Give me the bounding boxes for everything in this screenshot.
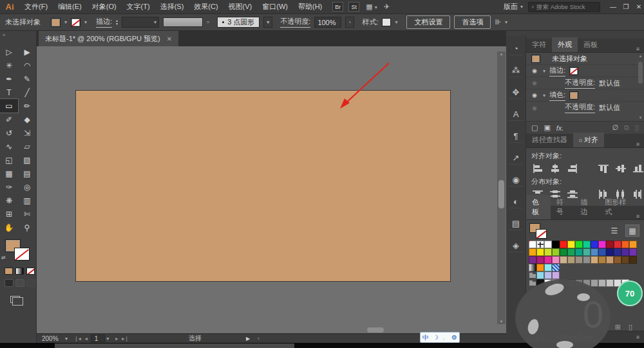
swatch-cell[interactable] (552, 264, 560, 271)
swatch-cell[interactable] (529, 256, 536, 264)
artboard[interactable] (75, 90, 451, 282)
swatch-cell[interactable] (606, 279, 614, 287)
visibility-eye-icon-dim[interactable]: ◉ (530, 105, 539, 111)
panel-menu-icon[interactable]: ≡ (636, 141, 640, 147)
swatch-cell[interactable] (544, 271, 552, 279)
export-panel-icon[interactable]: ↗ (509, 152, 523, 165)
align-bottom-button[interactable] (633, 163, 644, 174)
line-segment-tool[interactable]: ╱ (18, 86, 36, 99)
menu-item-type[interactable]: 文字(T) (122, 0, 155, 14)
artboard-number-field[interactable]: 1 (91, 334, 106, 342)
swatch-cell[interactable] (552, 256, 560, 264)
appearance-row-stroke-opacity[interactable]: ◉ 不透明度: 默认值 (526, 77, 644, 89)
menu-item-file[interactable]: 文件(F) (19, 0, 53, 14)
tools-collapse-toggle[interactable]: ‹‹ (3, 32, 5, 38)
paragraph-styles-panel-icon[interactable]: ¶ (509, 130, 523, 143)
artboard-chevron-icon[interactable]: ▾ (106, 336, 109, 342)
swatch-cell[interactable] (614, 241, 621, 248)
zoom-tool[interactable]: ⚲ (18, 221, 36, 234)
slice-tool[interactable]: ✄ (18, 207, 36, 221)
stroke-color-chip[interactable] (71, 18, 80, 27)
swatch-cell[interactable] (536, 271, 544, 279)
color-guide-panel-icon[interactable]: ◐ (509, 196, 523, 208)
last-artboard-icon[interactable]: ▸❘ (122, 336, 129, 342)
swap-fill-stroke-icon[interactable]: ⇄ (1, 255, 6, 261)
paintbrush-tool[interactable]: ✏ (18, 99, 36, 113)
draw-inside-button[interactable] (26, 279, 35, 287)
scroll-down-icon[interactable]: ▼ (638, 116, 643, 120)
swatch-cell[interactable] (598, 241, 606, 248)
stroke-swatch[interactable] (14, 248, 30, 261)
align-glyph-icon[interactable]: ⊪ (495, 18, 501, 26)
tab-artboards[interactable]: 画板 (578, 37, 603, 52)
swatch-cell[interactable] (529, 264, 536, 271)
swatch-cell[interactable] (583, 256, 591, 264)
stock-search-box[interactable]: ⌕ (528, 2, 600, 12)
grid-view-icon[interactable]: ▦ (626, 225, 639, 236)
appearance-row-fill-opacity[interactable]: ◉ 不透明度: 默认值 (526, 102, 644, 114)
swatch-cell[interactable] (598, 248, 606, 256)
bridge-button[interactable]: Br (332, 2, 343, 12)
swatch-cell[interactable] (536, 256, 544, 264)
swatch-cell[interactable] (606, 256, 614, 264)
type-tool[interactable]: T (0, 86, 18, 99)
hand-panel-icon[interactable]: ✥ (509, 86, 523, 99)
status-mode-label[interactable]: 选择 (189, 334, 202, 343)
ime-punctuation-icon[interactable]: 、 (442, 334, 448, 341)
appearance-scrollbar[interactable]: ▲ ▼ (638, 54, 643, 120)
swatch-cell[interactable] (591, 279, 598, 287)
expand-chevron-icon[interactable]: ▾ (543, 93, 545, 98)
appearance-row-fill[interactable]: ◉ ▾ 填色: (526, 89, 644, 102)
draw-behind-button[interactable] (15, 279, 24, 287)
swatch-cell[interactable] (544, 264, 552, 271)
layers-panel-icon[interactable]: ◈ (509, 239, 523, 252)
swatch-cell[interactable] (606, 241, 614, 248)
scale-tool[interactable]: ⇲ (18, 126, 36, 140)
swatch-cell[interactable] (591, 241, 598, 248)
curvature-tool[interactable]: ✎ (18, 72, 36, 86)
preferences-button[interactable]: 首选项 (454, 15, 491, 29)
fill-opacity-label[interactable]: 不透明度: (565, 102, 595, 113)
swatch-cell[interactable] (560, 248, 567, 256)
gradient-button[interactable] (15, 268, 24, 275)
hand-tool[interactable]: ✋ (0, 221, 18, 234)
symbol-sprayer-tool[interactable]: ❋ (0, 194, 18, 207)
delete-item-icon[interactable]: ▯ (635, 124, 639, 132)
swatch-cell[interactable] (614, 256, 621, 264)
nodes-panel-icon[interactable]: ⁂ (509, 64, 523, 77)
swatch-cell[interactable] (544, 256, 552, 264)
swatch-cell[interactable] (529, 241, 536, 248)
status-expand-icon[interactable]: ‹ (258, 335, 260, 342)
draw-normal-button[interactable] (5, 279, 14, 287)
magic-wand-tool[interactable]: ✳ (0, 59, 18, 72)
ime-mode-button[interactable]: 中 (422, 333, 429, 342)
swatch-cell[interactable] (614, 248, 621, 256)
status-play-icon[interactable]: ▶ (246, 336, 250, 342)
swatch-cell[interactable] (536, 248, 544, 256)
arrange-documents-icon[interactable]: ▦ ▾ (366, 3, 377, 11)
gradient-panel-icon[interactable]: ▤ (509, 217, 523, 230)
menu-item-window[interactable]: 窗口(W) (257, 0, 293, 14)
stroke-weight-dropdown[interactable]: ▾ (122, 17, 159, 28)
scroll-thumb[interactable] (638, 62, 643, 84)
align-left-button[interactable] (532, 163, 543, 174)
zoom-chevron-icon[interactable]: ▾ (65, 336, 68, 342)
swatch-cell[interactable] (575, 241, 583, 248)
list-view-icon[interactable]: ☰ (608, 225, 621, 236)
eyedropper-tool[interactable]: ✑ (0, 180, 18, 194)
swatch-cell[interactable] (536, 241, 544, 248)
swatch-cell[interactable] (575, 256, 583, 264)
free-transform-tool[interactable]: ▱ (18, 140, 36, 153)
ime-fullhalf-icon[interactable]: ☽ (433, 334, 439, 341)
tab-brushes[interactable]: 描边 (575, 195, 600, 219)
menu-item-edit[interactable]: 编辑(E) (53, 0, 87, 14)
scroll-down-icon[interactable]: ▼ (497, 320, 506, 324)
scroll-up-icon[interactable]: ▲ (497, 52, 506, 56)
brush-chevron-button[interactable]: ▾ (263, 17, 272, 28)
swatch-cell[interactable] (629, 248, 637, 256)
mesh-tool[interactable]: ▦ (0, 167, 18, 180)
shape-builder-tool[interactable]: ◱ (0, 153, 18, 167)
swatch-cell[interactable] (529, 248, 536, 256)
swatch-cell[interactable] (544, 241, 552, 248)
vertical-scrollbar[interactable]: ▲ ▼ (497, 51, 506, 324)
